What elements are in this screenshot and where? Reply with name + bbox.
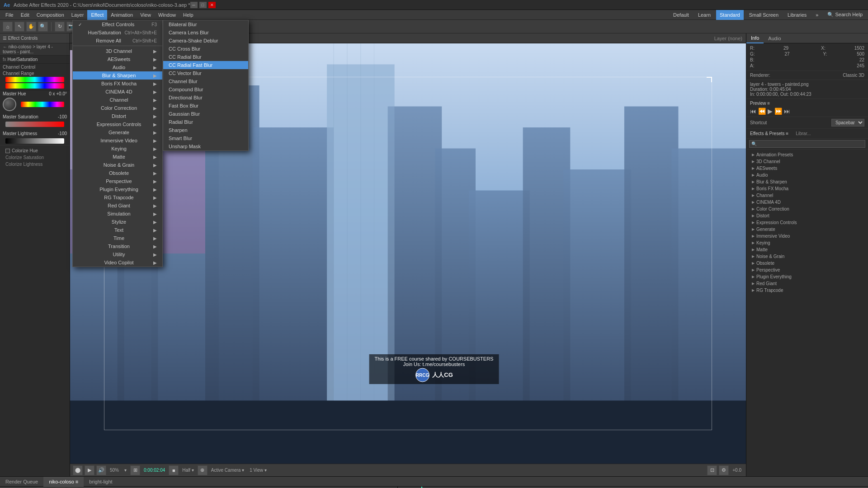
effects-preset-generate[interactable]: ▶Generate: [746, 226, 868, 233]
sub-cc-vector-blur[interactable]: CC Vector Blur: [163, 69, 248, 77]
viewer-stop-btn[interactable]: ■: [169, 465, 179, 475]
minimize-button[interactable]: ─: [190, 2, 198, 8]
dd-utility[interactable]: Utility ▶: [73, 250, 162, 258]
home-button[interactable]: ⌂: [3, 22, 13, 32]
dd-obsolete[interactable]: Obsolete ▶: [73, 169, 162, 177]
dd-cinema4d[interactable]: CINEMA 4D ▶: [73, 88, 162, 96]
effects-preset-plugin-everything[interactable]: ▶Plugin Everything: [746, 273, 868, 280]
colorize-checkbox[interactable]: [5, 149, 10, 153]
shortcut-select[interactable]: Spacebar: [831, 119, 864, 127]
effects-preset-rg-trapcode[interactable]: ▶RG Trapcode: [746, 287, 868, 294]
effects-preset-color-correction[interactable]: ▶Color Correction: [746, 206, 868, 212]
menu-effect[interactable]: Effect: [87, 10, 107, 20]
effects-search-input[interactable]: [749, 140, 865, 148]
effects-preset-3d-channel[interactable]: ▶3D Channel: [746, 158, 868, 165]
saturation-slider[interactable]: [0, 120, 70, 128]
sub-cc-radial-fast-blur[interactable]: CC Radial Fast Blur: [163, 61, 248, 69]
dd-simulation[interactable]: Simulation ▶: [73, 210, 162, 218]
render-queue-tab[interactable]: Render Queue: [0, 477, 43, 487]
dd-boris-fx[interactable]: Boris FX Mocha ▶: [73, 80, 162, 88]
effects-preset-animation-presets[interactable]: ▶Animation Presets: [746, 151, 868, 158]
dd-immersive-video[interactable]: Immersive Video ▶: [73, 136, 162, 145]
effects-preset-noise-&-grain[interactable]: ▶Noise & Grain: [746, 253, 868, 260]
workspace-small-screen[interactable]: Small Screen: [745, 10, 782, 20]
comp-timeline-tab[interactable]: niko-coloso ≡: [43, 477, 84, 487]
sub-bilateral-blur[interactable]: Bilateral Blur: [163, 20, 248, 28]
sub-gaussian-blur[interactable]: Gaussian Blur: [163, 110, 248, 118]
prev-first-btn[interactable]: ⏮: [750, 108, 756, 115]
hue-slider[interactable]: [18, 101, 67, 108]
workspace-learn[interactable]: Learn: [694, 10, 714, 20]
dd-rg-trapcode[interactable]: RG Trapcode ▶: [73, 193, 162, 202]
prev-last-btn[interactable]: ⏭: [784, 108, 790, 115]
sub-camera-shake-deblur[interactable]: Camera-Shake Deblur: [163, 37, 248, 45]
workspace-standard[interactable]: Standard: [716, 10, 744, 20]
sub-camera-lens-blur[interactable]: Camera Lens Blur: [163, 28, 248, 37]
effects-preset-matte[interactable]: ▶Matte: [746, 246, 868, 253]
menu-animation[interactable]: Animation: [107, 10, 137, 20]
effects-preset-immersive-video[interactable]: ▶Immersive Video: [746, 233, 868, 239]
effects-presets-tab[interactable]: Effects & Presets ≡: [746, 131, 792, 136]
dd-color-correction[interactable]: Color Correction ▶: [73, 104, 162, 112]
dd-audio[interactable]: Audio ▶: [73, 63, 162, 71]
menu-layer[interactable]: Layer: [68, 10, 88, 20]
prev-play-btn[interactable]: ▶: [768, 108, 773, 115]
dd-matte[interactable]: Matte ▶: [73, 153, 162, 161]
effects-preset-keying[interactable]: ▶Keying: [746, 239, 868, 246]
effects-preset-channel[interactable]: ▶Channel: [746, 192, 868, 199]
sub-cc-cross-blur[interactable]: CC Cross Blur: [163, 45, 248, 53]
brightlight-timeline-tab[interactable]: bright-light: [84, 477, 118, 487]
dd-3d-channel[interactable]: 3D Channel ▶: [73, 47, 162, 55]
zoom-level[interactable]: 50%: [108, 467, 121, 473]
lightness-slider[interactable]: [0, 137, 70, 145]
hand-tool[interactable]: ✋: [26, 22, 36, 32]
menu-file[interactable]: File: [2, 10, 17, 20]
dd-keying[interactable]: Keying ▶: [73, 145, 162, 153]
menu-window[interactable]: Window: [155, 10, 179, 20]
close-button[interactable]: ✕: [208, 2, 216, 8]
right-tab-audio[interactable]: Audio: [764, 33, 785, 43]
effects-preset-obsolete[interactable]: ▶Obsolete: [746, 260, 868, 267]
maximize-button[interactable]: □: [199, 2, 207, 8]
dd-red-giant[interactable]: Red Giant ▶: [73, 202, 162, 210]
rotation-tool[interactable]: ↻: [55, 22, 65, 32]
menu-help[interactable]: Help: [179, 10, 197, 20]
selection-tool[interactable]: ↖: [14, 22, 24, 32]
effects-preset-perspective[interactable]: ▶Perspective: [746, 267, 868, 273]
right-tab-info[interactable]: Info: [746, 33, 764, 43]
viewer-snap-btn[interactable]: ⊕: [198, 465, 208, 475]
layer-none-tab[interactable]: Layer (none): [714, 36, 742, 41]
libraries-tab[interactable]: Librar...: [792, 131, 814, 136]
dd-perspective[interactable]: Perspective ▶: [73, 177, 162, 185]
dd-blur-sharpen[interactable]: Blur & Sharpen ▶: [73, 71, 162, 80]
workspace-libraries[interactable]: Libraries: [784, 10, 810, 20]
viewer-render-btn[interactable]: ⬤: [73, 465, 83, 475]
dd-aesweets[interactable]: AESweets ▶: [73, 55, 162, 63]
effects-preset-red-giant[interactable]: ▶Red Giant: [746, 280, 868, 287]
effects-preset-boris-fx-mocha[interactable]: ▶Boris FX Mocha: [746, 185, 868, 192]
menu-composition[interactable]: Composition: [33, 10, 68, 20]
zoom-tool[interactable]: 🔍: [38, 22, 48, 32]
dd-plugin-everything[interactable]: Plugin Everything ▶: [73, 185, 162, 193]
effects-preset-cinema-4d[interactable]: ▶CINEMA 4D: [746, 199, 868, 206]
viewer-settings-btn[interactable]: ⚙: [719, 465, 729, 475]
dd-channel[interactable]: Channel ▶: [73, 96, 162, 104]
zoom-dropdown[interactable]: ▾: [123, 467, 128, 473]
menu-view[interactable]: View: [137, 10, 155, 20]
sub-unsharp-mask[interactable]: Unsharp Mask: [163, 142, 248, 150]
active-camera[interactable]: Active Camera ▾: [209, 467, 246, 473]
sub-channel-blur[interactable]: Channel Blur: [163, 77, 248, 85]
prev-back-btn[interactable]: ⏪: [758, 108, 766, 115]
hue-dial[interactable]: [3, 98, 16, 111]
effects-preset-blur-&-sharpen[interactable]: ▶Blur & Sharpen: [746, 178, 868, 185]
sub-sharpen[interactable]: Sharpen: [163, 126, 248, 134]
effects-preset-distort[interactable]: ▶Distort: [746, 212, 868, 219]
effects-preset-aesweets[interactable]: ▶AESweets: [746, 165, 868, 172]
sub-compound-blur[interactable]: Compound Blur: [163, 85, 248, 94]
dd-generate[interactable]: Generate ▶: [73, 128, 162, 136]
search-help[interactable]: 🔍 Search Help: [824, 10, 866, 20]
sub-fast-box-blur[interactable]: Fast Box Blur: [163, 102, 248, 110]
sub-directional-blur[interactable]: Directional Blur: [163, 94, 248, 102]
prev-fwd-btn[interactable]: ⏩: [774, 108, 782, 115]
quality-label[interactable]: Half ▾: [180, 467, 196, 473]
